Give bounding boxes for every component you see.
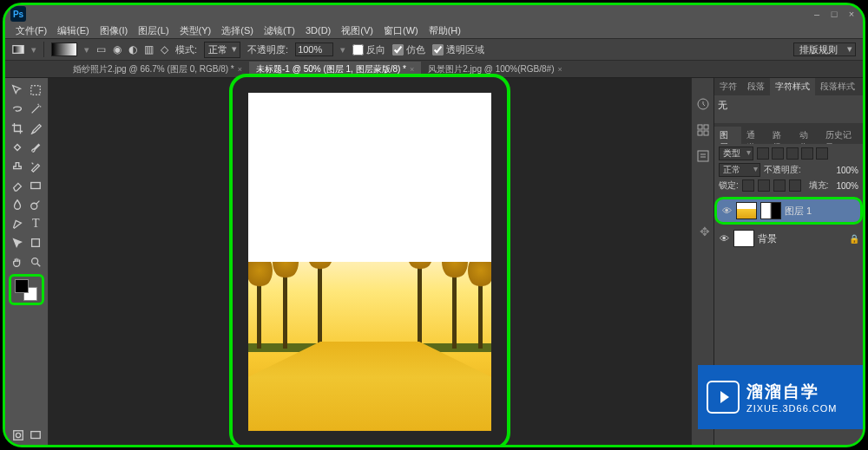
color-swatches[interactable] [9,274,44,305]
reflected-gradient-icon[interactable]: ▥ [144,43,154,55]
blend-mode-select[interactable]: 正常 [719,163,760,177]
zoom-tool-icon[interactable] [28,253,45,271]
svg-rect-1 [31,86,41,95]
crop-tool-icon[interactable] [9,120,26,137]
shape-tool-icon[interactable] [28,234,45,251]
svg-point-7 [16,433,20,437]
menu-layer[interactable]: 图层(L) [135,24,172,37]
tab-close-icon[interactable]: × [410,65,414,74]
marquee-tool-icon[interactable] [28,82,45,99]
char-style-value: 无 [718,100,727,110]
workspace-switcher[interactable]: 排版规则 [793,42,856,56]
hand-tool-icon[interactable] [9,253,26,271]
menu-edit[interactable]: 编辑(E) [54,24,93,37]
path-select-icon[interactable] [9,234,26,251]
window-close-button[interactable]: × [845,8,858,20]
info-panel-icon[interactable] [696,149,710,163]
swatches-panel-icon[interactable] [696,123,710,137]
tab-para-style[interactable]: 段落样式 [815,78,860,95]
history-panel-icon[interactable] [696,97,710,111]
document-canvas[interactable] [248,93,491,431]
fill-value[interactable]: 100% [836,181,858,191]
window-maximize-button[interactable]: □ [828,8,840,20]
menu-filter[interactable]: 滤镜(T) [260,24,299,37]
diamond-gradient-icon[interactable]: ◇ [161,43,168,55]
layer-mask-thumbnail[interactable] [760,202,781,219]
menu-help[interactable]: 帮助(H) [425,24,464,37]
filter-smart-icon[interactable] [816,147,828,160]
lock-pos-icon[interactable] [773,179,786,192]
healing-tool-icon[interactable] [9,139,26,156]
canvas-area[interactable]: ✥ [49,78,691,445]
gradient-tool-icon[interactable] [12,43,24,55]
filter-shape-icon[interactable] [801,147,813,160]
linear-gradient-icon[interactable]: ▭ [96,43,106,55]
filter-type-icon[interactable] [786,147,799,160]
opacity-input[interactable]: 100% [295,42,333,56]
filter-adjust-icon[interactable] [772,147,784,160]
menu-view[interactable]: 视图(V) [338,24,377,37]
tab-layers[interactable]: 图层 [714,127,741,144]
lock-trans-icon[interactable] [742,179,754,192]
lock-pixel-icon[interactable] [758,179,770,192]
blend-mode-select[interactable]: 正常 [204,42,240,58]
document-tab-1[interactable]: 婚纱照片2.jpg @ 66.7% (图层 0, RGB/8) *× [66,62,249,77]
menu-window[interactable]: 窗口(W) [380,24,422,37]
stamp-tool-icon[interactable] [9,158,26,175]
lasso-tool-icon[interactable] [9,101,26,118]
lock-all-icon[interactable] [789,179,801,192]
layer-thumbnail[interactable] [733,230,754,247]
history-brush-icon[interactable] [28,158,45,175]
layer-row-background[interactable]: 👁 背景 🔒 [714,225,863,252]
layer-name[interactable]: 图层 1 [785,205,812,218]
mode-label: 模式: [175,43,197,56]
tab-actions[interactable]: 动作 [794,127,821,144]
canvas-highlight [229,74,510,448]
ps-logo-icon: Ps [10,6,26,22]
angle-gradient-icon[interactable]: ◐ [128,43,137,55]
tab-paragraph[interactable]: 段落 [742,78,770,95]
blur-tool-icon[interactable] [9,196,26,213]
tab-channels[interactable]: 通道 [741,127,768,144]
tab-history[interactable]: 历史记录 [820,127,863,144]
dither-label: 仿色 [406,43,425,56]
filter-pixel-icon[interactable] [757,147,769,160]
menu-image[interactable]: 图像(I) [96,24,131,37]
brush-tool-icon[interactable] [28,139,45,156]
layer-thumbnail[interactable] [736,202,757,219]
reverse-checkbox[interactable]: 反向 [352,43,385,56]
move-tool-icon[interactable] [9,82,26,99]
eyedropper-tool-icon[interactable] [28,120,45,137]
layer-opacity-value[interactable]: 100% [836,166,858,175]
screenmode-icon[interactable] [29,428,43,442]
quickmask-icon[interactable] [11,428,25,442]
gradient-tool-icon[interactable] [28,177,45,194]
menu-file[interactable]: 文件(F) [12,24,50,37]
menu-3d[interactable]: 3D(D) [302,25,334,36]
tab-paths[interactable]: 路径 [767,127,794,144]
lock-icon: 🔒 [849,234,859,244]
window-minimize-button[interactable]: – [811,8,823,20]
tab-close-icon[interactable]: × [557,65,562,74]
gradient-preview[interactable] [51,42,77,56]
tab-char-style[interactable]: 字符样式 [770,78,815,95]
tab-close-icon[interactable]: × [238,65,242,74]
radial-gradient-icon[interactable]: ◉ [113,43,122,55]
type-tool-icon[interactable]: T [28,215,45,232]
foreground-color[interactable] [15,279,29,293]
visibility-icon[interactable]: 👁 [720,205,733,216]
menu-type[interactable]: 类型(Y) [176,24,215,37]
eraser-tool-icon[interactable] [9,177,26,194]
wand-tool-icon[interactable] [28,101,45,118]
visibility-icon[interactable]: 👁 [718,233,730,244]
pen-tool-icon[interactable] [9,215,26,232]
menu-select[interactable]: 选择(S) [218,24,257,37]
transparency-checkbox[interactable]: 透明区域 [432,43,484,56]
layer-filter-kind[interactable]: 类型 [719,147,753,160]
layer-row-layer1[interactable]: 👁 图层 1 [714,197,863,225]
dodge-tool-icon[interactable] [28,196,45,213]
svg-rect-10 [698,125,702,129]
tab-character[interactable]: 字符 [714,78,742,95]
dither-checkbox[interactable]: 仿色 [392,43,425,56]
layer-name[interactable]: 背景 [758,232,777,245]
